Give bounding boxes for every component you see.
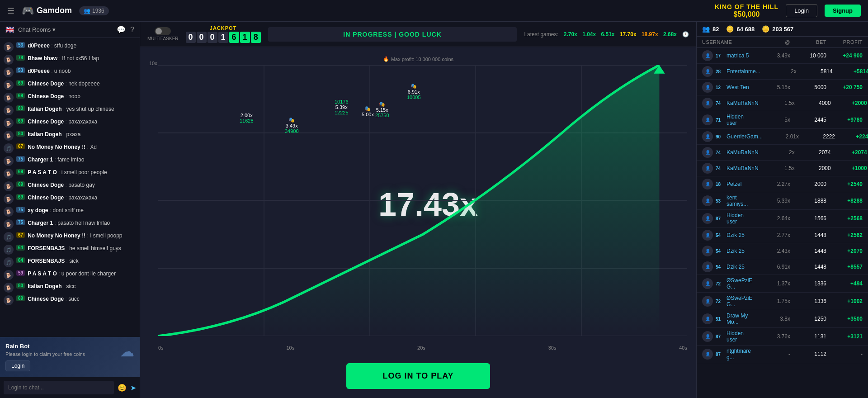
message-username: d0Peeee [28, 43, 50, 49]
avatar: 🐕 [4, 194, 14, 204]
player-bet: 1566 [790, 215, 826, 222]
player-info: 👤 87 ntghtmare g... [702, 348, 754, 360]
level-badge: 69 [16, 181, 25, 187]
chat-panel: 🇬🇧 Chat Rooms ▾ 💬 ? 🐕 53 d0Peeee : stfu … [0, 22, 140, 398]
player-at: 3.8x [754, 316, 790, 322]
player-bet: 1336 [790, 280, 826, 287]
chat-input-area: 😊 ➤ [0, 377, 140, 398]
player-level: 54 [716, 265, 724, 270]
player-bet: 1131 [790, 333, 826, 340]
player-level: 71 [716, 118, 724, 123]
chat-message: 🐕 69 Chinese Doge : paxaxaxaxa [0, 117, 140, 129]
level-badge: 80 [16, 283, 25, 289]
table-row: 👤 87 Hidden user 2.64x 1566 +2568 [697, 210, 868, 227]
help-icon[interactable]: ? [130, 26, 134, 34]
player-profit: +2244 [835, 133, 868, 140]
table-row: 👤 28 Entertainme... 2x 5814 +5814 [697, 64, 868, 80]
avatar: 🐕 [4, 93, 14, 103]
player-info: 👤 54 Dzik 25 [702, 246, 754, 256]
king-amount: $50,000 [734, 10, 760, 19]
level-badge: 75 [16, 156, 25, 162]
avatar: 👤 [702, 82, 713, 93]
avatar: 👤 [702, 213, 713, 224]
signup-button[interactable]: Signup [825, 5, 861, 17]
avatar: 🐕 [4, 105, 14, 115]
x-label-0: 0s [158, 345, 164, 351]
player-profit: +3500 [826, 316, 863, 322]
player-level: 51 [716, 317, 724, 322]
chat-bubble-icon[interactable]: 💬 [117, 25, 126, 34]
player-profit: +1000 [831, 165, 867, 171]
king-of-hill-banner: KING OF THE HILL $50,000 [715, 3, 778, 19]
multitasker-switch[interactable] [155, 27, 171, 35]
chat-message: 🐕 78 Bhaw bhaw : If not xx56 I fap [0, 53, 140, 66]
player-info: 👤 87 Hidden user [702, 330, 754, 343]
message-username: FORSENBAJS [28, 258, 65, 264]
message-content: No Money No Honey !! : I smell poopp [28, 232, 136, 240]
player-info: 👤 74 KaMuRaNnN [702, 98, 759, 109]
message-username: P A S A T O [28, 270, 57, 277]
message-username: P A S A T O [28, 169, 57, 175]
avatar: 👤 [702, 296, 713, 307]
rain-bot-login-button[interactable]: Login [5, 360, 30, 371]
message-username: Chinese Doge [28, 194, 64, 201]
player-at: 5.15x [754, 84, 790, 90]
hamburger-menu[interactable]: ☰ [7, 6, 14, 16]
history-icon[interactable]: 🕐 [682, 31, 689, 38]
player-bet: 1448 [790, 232, 826, 238]
player-name: Entertainme... [726, 68, 760, 75]
chat-message: 🐕 75 xy doge : dont sniff me [0, 205, 140, 218]
player-name: KaMuRaNnN [726, 165, 759, 171]
login-button[interactable]: Login [786, 4, 817, 17]
send-button[interactable]: ➤ [130, 384, 136, 392]
message-username: Charger 1 [28, 220, 53, 226]
player-at: 2.43x [754, 248, 790, 254]
latest-multiplier-value: 6.51x [599, 30, 617, 38]
player-count-stat: 👥 82 [702, 25, 719, 33]
player-profit: +494 [826, 280, 863, 287]
player-level: 87 [716, 334, 724, 339]
player-profit: +9780 [826, 117, 863, 123]
player-info: 👤 12 West Ten [702, 82, 754, 93]
chat-input[interactable] [4, 381, 114, 394]
rain-bot-section: Rain Bot Please login to claim your free… [0, 337, 140, 377]
dp-6: 🎭6.91x10005 [407, 83, 421, 100]
avatar: 🐕 [4, 131, 14, 141]
rain-bot-desc: Please login to claim your free coins [5, 351, 85, 357]
chat-message: 🐕 59 P A S A T O : u poor dont lie charg… [0, 269, 140, 281]
chat-message: 🎵 64 FORSENBAJS : he smell himself guys [0, 243, 140, 256]
jackpot-display: JACKPOT 0001618 [186, 25, 261, 43]
chat-rooms-button[interactable]: Chat Rooms ▾ [18, 26, 56, 33]
player-level: 54 [716, 249, 724, 254]
player-bet: 10 000 [790, 52, 826, 59]
log-in-play-button[interactable]: LOG IN TO PLAY [346, 363, 490, 389]
total-bet-stat: 🪙 64 688 [726, 25, 755, 33]
logo: 🎮 Gamdom [22, 5, 72, 17]
multitasker-toggle[interactable]: MULTITASKER [147, 27, 179, 41]
total-profit-stat: 🪙 203 567 [762, 25, 793, 33]
latest-games: Latest games: 2.70x 1.04x 6.51x 17.70x 1… [524, 31, 689, 38]
chat-message: 🐕 69 Chinese Doge : pasato gay [0, 180, 140, 193]
x-label-10: 10s [286, 345, 294, 351]
player-at: - [754, 351, 790, 357]
avatar: 🐕 [4, 295, 14, 305]
player-info: 👤 51 Draw My Mo... [702, 313, 754, 325]
avatar: 👤 [702, 179, 713, 190]
avatar: 🐕 [4, 283, 14, 293]
chat-message: 🐕 69 Chinese Doge : hek dopeeee [0, 79, 140, 91]
message-content: Italian Dogeh : yes shut up chinese [28, 105, 136, 113]
player-bet: 1112 [790, 351, 826, 357]
avatar: 👤 [702, 147, 713, 158]
message-username: Chinese Doge [28, 93, 64, 100]
player-at: 6.91x [754, 264, 790, 270]
jackpot-digits: 0001618 [186, 32, 261, 43]
avatar: 👤 [702, 66, 713, 77]
player-at: 3.49x [754, 52, 790, 59]
player-info: 👤 72 ØSwePziE G... [702, 277, 754, 290]
emoji-button[interactable]: 😊 [118, 384, 127, 392]
player-at: 2.01x [763, 133, 799, 140]
player-level: 18 [716, 182, 724, 187]
latest-label: Latest games: [524, 31, 558, 38]
player-info: 👤 71 Hidden user [702, 114, 754, 126]
player-level: 28 [716, 69, 724, 74]
